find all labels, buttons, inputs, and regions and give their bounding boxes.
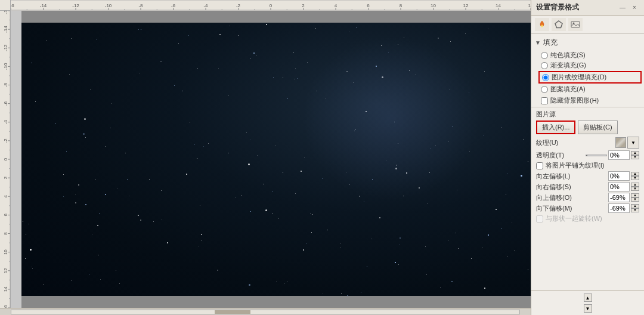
hide-bg-label: 隐藏背景图形(H) (550, 96, 599, 105)
panel-header: 设置背景格式 — × (531, 0, 644, 16)
insert-button[interactable]: 插入(R)... (536, 121, 575, 134)
fill-section-title: 填充 (543, 38, 558, 48)
picture-fill-option[interactable]: 图片或纹理填充(D) (538, 71, 642, 84)
offset-bottom-label: 向下偏移(M) (536, 204, 578, 213)
hide-bg-option[interactable]: 隐藏背景图形(H) (531, 95, 644, 106)
tab-fill-icon[interactable] (535, 18, 549, 31)
fill-section-header[interactable]: ▼ 填充 (531, 36, 644, 49)
canvas-area (0, 0, 531, 315)
scroll-up-button[interactable]: ▲ (584, 294, 592, 302)
fill-arrow-icon: ▼ (535, 39, 541, 46)
transparency-label: 透明度(T) (536, 151, 578, 160)
panel-header-icons: — × (618, 3, 639, 13)
offset-right-label: 向右偏移(S) (536, 183, 578, 192)
transparency-slider-track[interactable] (586, 155, 607, 156)
tile-label: 将图片平铺为纹理(I) (546, 161, 604, 170)
icon-tabs (531, 16, 644, 34)
fill-options: 纯色填充(S) 渐变填充(G) 图片或纹理填充(D) 图案填充(A) (531, 49, 644, 95)
gradient-fill-option[interactable]: 渐变填充(G) (541, 60, 639, 70)
offset-bottom-up-button[interactable]: ▲ (631, 204, 639, 208)
offset-top-row: 向上偏移(O) ▲ ▼ (531, 192, 644, 203)
offset-bottom-input[interactable] (608, 203, 630, 213)
texture-label: 纹理(U) (536, 138, 558, 147)
solid-fill-option[interactable]: 纯色填充(S) (541, 50, 639, 60)
panel-body[interactable]: ▼ 填充 纯色填充(S) 渐变填充(G) 图片或纹理填充(D) 图案填充(A (531, 34, 644, 291)
offset-bottom-spinner[interactable]: ▲ ▼ (631, 204, 639, 212)
texture-preview[interactable] (615, 137, 626, 148)
ruler-left (0, 11, 11, 308)
canvas-content (21, 11, 531, 308)
offset-bottom-down-button[interactable]: ▼ (631, 208, 639, 212)
solid-fill-label: 纯色填充(S) (550, 51, 586, 60)
offset-left-spinner[interactable]: ▲ ▼ (631, 172, 639, 180)
offset-bottom-row: 向下偏移(M) ▲ ▼ (531, 203, 644, 214)
right-panel: 设置背景格式 — × (531, 0, 644, 315)
offset-right-input[interactable] (608, 182, 630, 192)
tab-picture-icon[interactable] (568, 18, 583, 31)
gradient-fill-label: 渐变填充(G) (550, 61, 586, 70)
offset-left-input[interactable] (608, 171, 630, 181)
pattern-fill-radio[interactable] (541, 86, 548, 93)
solid-fill-radio[interactable] (541, 52, 548, 59)
offset-right-row: 向右偏移(S) ▲ ▼ (531, 181, 644, 192)
transparency-up-button[interactable]: ▲ (631, 151, 639, 155)
img-source-label: 图片源 (531, 109, 644, 119)
offset-top-input[interactable] (608, 193, 630, 202)
tab-effects-icon[interactable] (552, 18, 566, 31)
offset-left-row: 向左偏移(L) ▲ ▼ (531, 171, 644, 181)
panel-title: 设置背景格式 (536, 2, 579, 13)
transparency-spinner[interactable]: ▲ ▼ (631, 151, 639, 159)
panel-scroll-controls: ▲ ▼ (531, 291, 644, 315)
img-source-buttons: 插入(R)... 剪贴板(C) (531, 119, 644, 135)
transparency-down-button[interactable]: ▼ (631, 155, 639, 159)
pattern-fill-label: 图案填充(A) (550, 85, 586, 94)
close-button[interactable]: × (630, 3, 639, 13)
minimize-button[interactable]: — (618, 3, 627, 13)
ruler-corner (0, 0, 11, 11)
offset-left-up-button[interactable]: ▲ (631, 172, 639, 176)
picture-fill-radio[interactable] (542, 74, 549, 81)
tile-option[interactable]: 将图片平铺为纹理(I) (531, 160, 644, 171)
hide-bg-checkbox[interactable] (541, 97, 548, 104)
transparency-input[interactable] (608, 150, 630, 160)
offset-left-label: 向左偏移(L) (536, 172, 578, 181)
offset-top-label: 向上偏移(O) (536, 193, 578, 202)
tile-checkbox[interactable] (536, 162, 543, 169)
offset-top-up-button[interactable]: ▲ (631, 193, 639, 197)
offset-top-down-button[interactable]: ▼ (631, 197, 639, 202)
texture-dropdown-button[interactable]: ▼ (627, 137, 639, 149)
clipboard-button[interactable]: 剪贴板(C) (578, 121, 617, 134)
align-shape-option[interactable]: 与形状一起旋转(W) (531, 214, 644, 224)
offset-right-up-button[interactable]: ▲ (631, 183, 639, 187)
svg-marker-1 (555, 21, 562, 28)
align-shape-label: 与形状一起旋转(W) (546, 214, 602, 223)
canvas-scrollbar[interactable] (0, 308, 531, 315)
offset-right-down-button[interactable]: ▼ (631, 187, 639, 191)
transparency-row: 透明度(T) ▲ ▼ (531, 150, 644, 160)
offset-top-spinner[interactable]: ▲ ▼ (631, 193, 639, 202)
ruler-left-canvas (0, 11, 11, 308)
star-field (21, 23, 531, 296)
align-shape-checkbox[interactable] (536, 215, 543, 223)
texture-row: 纹理(U) ▼ (531, 135, 644, 150)
scrollbar-track[interactable] (11, 310, 520, 314)
scroll-down-button[interactable]: ▼ (584, 304, 592, 313)
pattern-fill-option[interactable]: 图案填充(A) (541, 84, 639, 94)
offset-right-spinner[interactable]: ▲ ▼ (631, 183, 639, 191)
scrollbar-thumb[interactable] (215, 310, 250, 314)
transparency-slider-thumb[interactable] (586, 155, 587, 156)
ruler-top (11, 0, 531, 11)
gradient-fill-radio[interactable] (541, 62, 548, 69)
offset-left-down-button[interactable]: ▼ (631, 176, 639, 180)
picture-fill-label: 图片或纹理填充(D) (552, 73, 606, 82)
divider-1 (531, 107, 644, 107)
